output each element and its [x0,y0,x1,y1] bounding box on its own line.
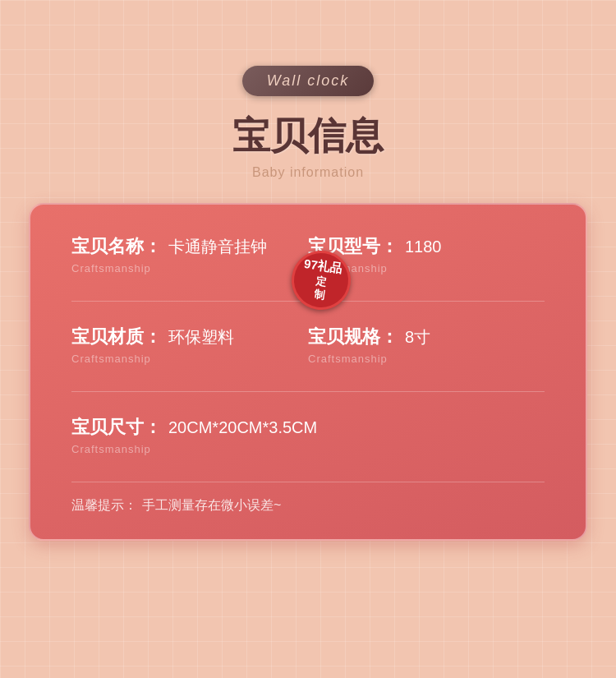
info-card: 97礼品 定制 宝贝名称： 卡通静音挂钟 Craftsmanship 宝贝型号：… [29,203,587,541]
stamp-top-text: 97礼品 [303,256,343,276]
size-value: 20CM*20CM*3.5CM [168,418,317,437]
spec-craftsmanship: Craftsmanship [308,353,545,365]
material-label: 宝贝材质： [71,325,162,349]
warm-tip-label: 温馨提示： [71,497,137,514]
wall-clock-badge: Wall clock [242,66,375,96]
spec-label: 宝贝规格： [308,325,398,349]
stamp-inner: 97礼品 定制 [287,247,354,313]
info-col-name: 宝贝名称： 卡通静音挂钟 Craftsmanship [71,234,308,274]
info-field-name: 宝贝名称： 卡通静音挂钟 [71,234,308,259]
stamp-bottom-text: 定制 [313,275,327,302]
name-value: 卡通静音挂钟 [168,236,267,258]
info-field-size: 宝贝尺寸： 20CM*20CM*3.5CM [71,415,545,440]
info-field-spec: 宝贝规格： 8寸 [308,325,545,349]
name-craftsmanship: Craftsmanship [71,262,308,274]
info-col-material: 宝贝材质： 环保塑料 Craftsmanship [71,325,308,365]
main-title: 宝贝信息 [232,111,384,162]
info-row-3: 宝贝尺寸： 20CM*20CM*3.5CM Craftsmanship [71,415,545,455]
name-label: 宝贝名称： [71,234,162,259]
wall-clock-label: Wall clock [267,72,350,89]
material-craftsmanship: Craftsmanship [71,353,308,365]
warm-tip-row: 温馨提示： 手工测量存在微小误差~ [71,482,545,514]
model-value: 1180 [405,238,442,256]
warm-tip-value: 手工测量存在微小误差~ [142,497,281,514]
info-row-2: 宝贝材质： 环保塑料 Craftsmanship 宝贝规格： 8寸 Crafts… [71,325,545,365]
page-wrapper: Wall clock 宝贝信息 Baby information 97礼品 定制… [0,0,616,678]
sub-title: Baby information [252,165,364,180]
material-value: 环保塑料 [168,326,234,348]
info-col-spec: 宝贝规格： 8寸 Craftsmanship [308,325,545,365]
spec-value: 8寸 [405,326,430,348]
size-label: 宝贝尺寸： [71,415,162,440]
divider-2 [71,391,545,392]
size-craftsmanship: Craftsmanship [71,443,545,455]
info-col-size: 宝贝尺寸： 20CM*20CM*3.5CM Craftsmanship [71,415,545,455]
info-field-material: 宝贝材质： 环保塑料 [71,325,308,349]
stamp: 97礼品 定制 [292,251,351,310]
